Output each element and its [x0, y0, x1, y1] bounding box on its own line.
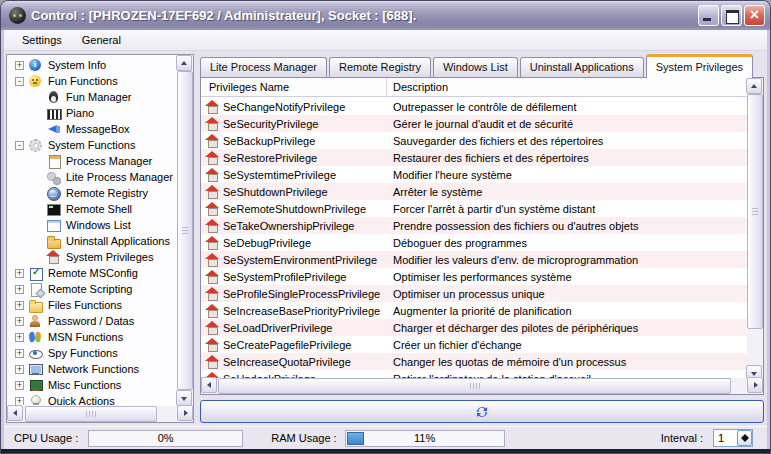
title-bar[interactable]: Control : [PHROZEN-17EF692 / Administrat…: [1, 1, 770, 30]
tree-item[interactable]: + Quick Actions: [8, 393, 176, 405]
interval-spinner[interactable]: 1: [713, 429, 753, 447]
tree-toggle[interactable]: +: [15, 349, 24, 358]
maximize-button[interactable]: [721, 5, 742, 26]
scroll-down-icon[interactable]: [176, 390, 192, 406]
menu-general[interactable]: General: [72, 32, 131, 48]
tree-item[interactable]: + System Info: [8, 57, 176, 73]
scroll-left-icon[interactable]: [7, 405, 23, 421]
table-row[interactable]: SeChangeNotifyPrivilege Outrepasser le c…: [201, 98, 747, 115]
tree-item[interactable]: System Privileges: [26, 249, 176, 265]
tree-hscroll-thumb[interactable]: [25, 406, 157, 422]
content-area: + System Info - Fun Functions Fun Manage…: [4, 51, 767, 426]
tree-item-label: Process Manager: [66, 155, 152, 167]
table-row[interactable]: SeBackupPrivilege Sauvegarder des fichie…: [201, 132, 747, 149]
close-button[interactable]: [744, 5, 765, 26]
scroll-right-icon[interactable]: [747, 377, 763, 393]
tree-item[interactable]: Windows List: [26, 217, 176, 233]
tree-item[interactable]: + Misc Functions: [8, 377, 176, 393]
tree-item[interactable]: + Password / Datas: [8, 313, 176, 329]
tree-item[interactable]: Remote Shell: [26, 201, 176, 217]
table-row[interactable]: SeUndockPrivilege Retirer l'ordinateur d…: [201, 370, 747, 378]
interval-value[interactable]: 1: [714, 430, 737, 446]
tree-toggle[interactable]: +: [15, 365, 24, 374]
privilege-description: Optimiser un processus unique: [387, 288, 747, 300]
tree-item[interactable]: Process Manager: [26, 153, 176, 169]
table-row[interactable]: SeIncreaseBasePriorityPrivilege Augmente…: [201, 302, 747, 319]
tree-item[interactable]: + Files Functions: [8, 297, 176, 313]
tree-toggle[interactable]: +: [15, 269, 24, 278]
table-vscroll-thumb[interactable]: [747, 94, 763, 329]
tree-toggle[interactable]: +: [15, 397, 24, 406]
table-row[interactable]: SeShutdownPrivilege Arrêter le système: [201, 183, 747, 200]
tab[interactable]: Uninstall Applications: [520, 57, 644, 77]
tree-toggle[interactable]: -: [15, 77, 24, 86]
table-row[interactable]: SeDebugPrivilege Déboguer des programmes: [201, 234, 747, 251]
window-icon: [46, 218, 62, 233]
table-row[interactable]: SeRemoteShutdownPrivilege Forcer l'arrêt…: [201, 200, 747, 217]
tree-item[interactable]: Piano: [26, 105, 176, 121]
tree-item-label: Lite Process Manager: [66, 171, 173, 183]
table-row[interactable]: SeSystemtimePrivilege Modifier l'heure s…: [201, 166, 747, 183]
tab[interactable]: Windows List: [433, 57, 518, 77]
tree-toggle[interactable]: +: [15, 285, 24, 294]
tree-toggle[interactable]: +: [15, 61, 24, 70]
scroll-up-icon[interactable]: [746, 78, 762, 94]
tree-item[interactable]: Remote Registry: [26, 185, 176, 201]
tree-item-label: System Privileges: [66, 251, 153, 263]
table-vertical-scrollbar[interactable]: [747, 78, 763, 381]
tab[interactable]: Remote Registry: [329, 57, 431, 77]
menu-settings[interactable]: Settings: [12, 32, 72, 48]
home-icon: [205, 151, 220, 165]
tree-item[interactable]: MessageBox: [26, 121, 176, 137]
privilege-name: SeDebugPrivilege: [223, 237, 311, 249]
tree-toggle[interactable]: +: [15, 333, 24, 342]
home-icon: [205, 134, 220, 148]
tree-item[interactable]: - Fun Functions: [8, 73, 176, 89]
home-icon: [46, 250, 62, 265]
terminal-icon: [46, 202, 62, 217]
column-header-description[interactable]: Description: [387, 78, 747, 96]
function-tree: + System Info - Fun Functions Fun Manage…: [8, 57, 176, 405]
tree-item[interactable]: Lite Process Manager: [26, 169, 176, 185]
tree-item[interactable]: + Network Functions: [8, 361, 176, 377]
privilege-description: Déboguer des programmes: [387, 237, 747, 249]
tree-item[interactable]: + Remote MSConfig: [8, 265, 176, 281]
tree-item[interactable]: - System Functions: [8, 137, 176, 153]
table-hscroll-thumb[interactable]: [218, 378, 731, 394]
home-icon: [205, 117, 220, 131]
minimize-button[interactable]: [698, 5, 719, 26]
tree-item[interactable]: + MSN Functions: [8, 329, 176, 345]
tree-vscroll-thumb[interactable]: [177, 71, 193, 390]
tree-horizontal-scrollbar[interactable]: [7, 406, 193, 422]
table-row[interactable]: SeSecurityPrivilege Gérer le journal d'a…: [201, 115, 747, 132]
tree-item[interactable]: + Spy Functions: [8, 345, 176, 361]
table-row[interactable]: SeSystemEnvironmentPrivilege Modifier le…: [201, 251, 747, 268]
table-row[interactable]: SeCreatePagefilePrivilege Créer un fichi…: [201, 336, 747, 353]
tree-toggle[interactable]: -: [15, 141, 24, 150]
spinner-arrows-icon[interactable]: [737, 430, 752, 446]
scroll-right-icon[interactable]: [177, 405, 193, 421]
tree-item[interactable]: Uninstall Applications: [26, 233, 176, 249]
tree-item[interactable]: Fun Manager: [26, 89, 176, 105]
refresh-button[interactable]: [200, 400, 764, 423]
table-row[interactable]: SeTakeOwnershipPrivilege Prendre possess…: [201, 217, 747, 234]
table-row[interactable]: SeSystemProfilePrivilege Optimiser les p…: [201, 268, 747, 285]
tree-toggle[interactable]: +: [15, 317, 24, 326]
scroll-left-icon[interactable]: [201, 377, 217, 393]
table-row[interactable]: SeIncreaseQuotaPrivilege Changer les quo…: [201, 353, 747, 370]
tab[interactable]: Lite Process Manager: [200, 57, 327, 77]
tree-toggle[interactable]: +: [15, 381, 24, 390]
tree-toggle[interactable]: +: [15, 301, 24, 310]
tree-item-label: MSN Functions: [48, 331, 123, 343]
tree-item[interactable]: + Remote Scripting: [8, 281, 176, 297]
scroll-up-icon[interactable]: [176, 55, 192, 71]
table-horizontal-scrollbar[interactable]: [201, 378, 763, 394]
tab[interactable]: System Privileges: [646, 54, 753, 78]
table-row[interactable]: SeProfileSingleProcessPrivilege Optimise…: [201, 285, 747, 302]
table-row[interactable]: SeRestorePrivilege Restaurer des fichier…: [201, 149, 747, 166]
table-row[interactable]: SeLoadDriverPrivilege Charger et décharg…: [201, 319, 747, 336]
app-window: Control : [PHROZEN-17EF692 / Administrat…: [0, 0, 771, 454]
tree-vertical-scrollbar[interactable]: [177, 55, 193, 406]
privilege-name: SeProfileSingleProcessPrivilege: [223, 288, 380, 300]
column-header-privileges-name[interactable]: Privileges Name: [201, 78, 387, 96]
